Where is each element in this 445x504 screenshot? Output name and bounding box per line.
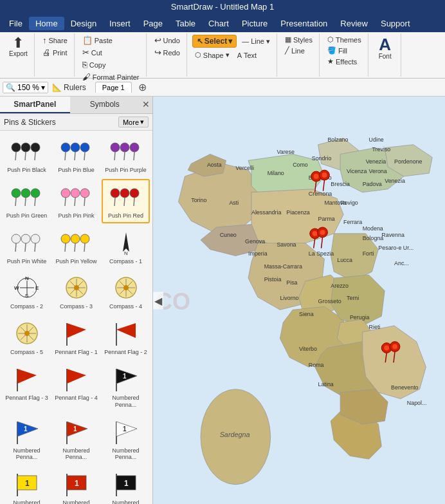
symbol-label: Compass - 4 (109, 303, 142, 310)
svg-text:Modena: Modena (363, 225, 383, 232)
panel-tabs: SmartPanel Symbols ✕ (0, 97, 152, 114)
select-button[interactable]: ↖ Select ▾ (192, 35, 237, 48)
symbol-cell[interactable]: Push Pin Purple (102, 133, 150, 178)
undo-button[interactable]: ↩ Undo (152, 35, 183, 46)
svg-text:Perugia: Perugia (350, 314, 370, 321)
tab-symbols[interactable]: Symbols (70, 97, 140, 113)
svg-marker-102 (67, 422, 87, 436)
svg-text:Vercelli: Vercelli (235, 165, 254, 171)
rulers-button[interactable]: 📐 Rulers (52, 83, 86, 92)
menu-picture[interactable]: Picture (235, 17, 274, 30)
menu-table[interactable]: Table (169, 17, 202, 30)
symbol-label: Push Pin Yellow (55, 258, 96, 265)
symbol-cell[interactable]: 1Numbered Recta... (102, 466, 150, 504)
share-button[interactable]: ↑ Share (40, 35, 70, 46)
symbol-cell[interactable]: Compass - 3 (52, 270, 100, 314)
symbol-cell[interactable]: Pennant Flag - 2 (102, 315, 150, 360)
symbol-cell[interactable]: 1Numbered Penna... (102, 414, 150, 465)
symbol-cell[interactable]: NSEWCompass - 2 (3, 270, 51, 314)
menu-design[interactable]: Design (64, 17, 103, 30)
svg-text:Benevento: Benevento (391, 384, 419, 391)
symbol-cell[interactable]: Pennant Flag - 3 (3, 361, 51, 413)
paste-icon: 📋 (82, 35, 93, 45)
svg-text:Alessandria: Alessandria (251, 209, 281, 216)
format-painter-button[interactable]: 🖌 Format Painter (80, 71, 142, 82)
symbol-cell[interactable]: Push Pin Green (3, 179, 51, 223)
styles-button[interactable]: ▦ Styles (282, 35, 315, 44)
symbol-image (60, 229, 93, 257)
menu-page[interactable]: Page (137, 17, 169, 30)
symbol-cell[interactable]: Push Pin Yellow (52, 225, 100, 269)
svg-line-23 (35, 198, 35, 206)
symbol-label: Compass - 2 (10, 303, 43, 310)
symbol-cell[interactable]: 1Numbered Penna... (3, 414, 51, 465)
symbol-cell[interactable]: 1Numbered Recta... (3, 466, 51, 504)
symbol-cell[interactable]: Push Pin Blue (52, 133, 100, 178)
zoom-control[interactable]: 🔍 150 % ▾ (3, 82, 48, 93)
add-page-button[interactable]: ⊕ (138, 81, 147, 93)
svg-text:Torino: Torino (191, 197, 206, 203)
symbol-cell[interactable]: NCompass - 1 (102, 225, 150, 269)
export-button[interactable]: ⬆ Export (6, 35, 30, 59)
page-tab[interactable]: Page 1 (95, 82, 132, 93)
symbol-cell[interactable]: Compass - 4 (102, 270, 150, 314)
redo-button[interactable]: ↪ Redo (152, 47, 183, 58)
scroll-left-arrow[interactable]: ◀ (153, 292, 163, 309)
symbols-grid: Push Pin BlackPush Pin BluePush Pin Purp… (0, 131, 152, 504)
symbol-cell[interactable]: 1Numbered Penna... (102, 361, 150, 413)
paste-button[interactable]: 📋 Paste (80, 35, 115, 46)
svg-point-46 (80, 234, 89, 243)
symbol-cell[interactable]: Pennant Flag - 1 (52, 315, 100, 360)
symbol-cell[interactable]: Compass - 5 (3, 315, 51, 360)
symbol-cell[interactable]: 1Numbered Penna... (52, 414, 100, 465)
text-button[interactable]: A Text (235, 51, 260, 60)
menu-file[interactable]: File (3, 17, 29, 30)
ribbon-group-clipboard: 📋 Paste ✂ Cut ⎘ Copy 🖌 Format Painter (76, 33, 147, 77)
line2-button[interactable]: ╱ Line (282, 46, 307, 55)
svg-line-39 (25, 243, 26, 252)
shape-button[interactable]: ⬡ Shape ▾ (192, 50, 232, 60)
cut-button[interactable]: ✂ Cut (80, 47, 105, 58)
svg-text:Padova: Padova (363, 181, 382, 187)
line2-icon: ╱ (285, 46, 289, 55)
svg-text:Savona: Savona (277, 241, 296, 248)
font-button[interactable]: A Font (374, 35, 397, 61)
svg-text:Lucca: Lucca (337, 257, 352, 263)
line-button[interactable]: — Line ▾ (239, 37, 273, 46)
menu-insert[interactable]: Insert (103, 17, 137, 30)
symbol-cell[interactable]: Pennant Flag - 4 (52, 361, 100, 413)
ribbon-group-undo: ↩ Undo ↪ Redo (148, 33, 187, 77)
svg-text:Livorno: Livorno (280, 295, 298, 302)
menu-presentation[interactable]: Presentation (274, 17, 334, 30)
symbols-scroll[interactable]: Push Pin BlackPush Pin BluePush Pin Purp… (0, 131, 152, 504)
svg-line-21 (25, 198, 26, 206)
tab-smartpanel[interactable]: SmartPanel (0, 97, 70, 113)
panel-close-button[interactable]: ✕ (140, 97, 152, 113)
menu-support[interactable]: Support (374, 17, 417, 30)
symbol-cell[interactable]: 1Numbered Recta... (52, 466, 100, 504)
menu-review[interactable]: Review (334, 17, 374, 30)
effects-button[interactable]: ★ Effects (325, 57, 359, 66)
svg-line-45 (75, 243, 75, 252)
symbol-cell[interactable]: Push Pin Black (3, 133, 51, 178)
svg-text:1: 1 (73, 425, 77, 433)
symbol-image (10, 365, 44, 393)
svg-text:Genova: Genova (245, 238, 265, 245)
symbol-image: 1 (10, 470, 44, 498)
themes-button[interactable]: ⬡ Themes (325, 35, 364, 44)
svg-text:Massa-Carrara: Massa-Carrara (264, 263, 302, 270)
fill-button[interactable]: 🪣 Fill (325, 46, 350, 55)
symbol-cell[interactable]: Push Pin White (3, 225, 51, 269)
svg-text:Udine: Udine (369, 136, 384, 143)
print-button[interactable]: 🖨 Print (40, 47, 70, 58)
symbol-cell[interactable]: Push Pin Pink (52, 179, 100, 223)
svg-point-6 (61, 143, 70, 152)
map-area[interactable]: Bolzano Udine Treviso Pordenone Venezia … (153, 97, 445, 504)
more-button[interactable]: More ▾ (118, 117, 149, 127)
svg-text:Venezia: Venezia (385, 178, 405, 184)
menu-home[interactable]: Home (29, 17, 64, 30)
copy-button[interactable]: ⎘ Copy (80, 59, 109, 70)
symbol-cell[interactable]: Push Pin Red (102, 179, 150, 223)
svg-marker-105 (116, 422, 137, 436)
menu-chart[interactable]: Chart (202, 17, 235, 30)
